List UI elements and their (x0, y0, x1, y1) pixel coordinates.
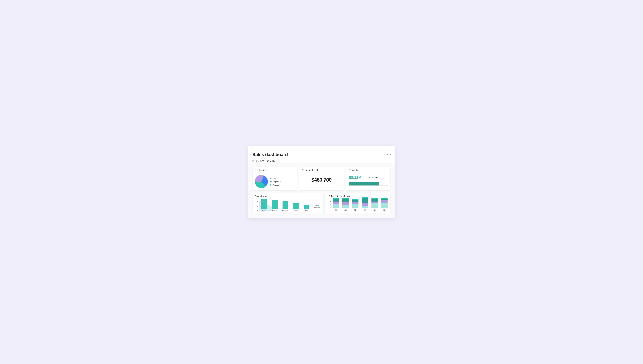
funnel-chart: 40200 QualifiedProposalNegotiationContra… (255, 201, 311, 212)
bar-label: Qualified (262, 210, 266, 212)
bar-segment (362, 198, 368, 202)
bar-segment (362, 202, 368, 206)
bar (261, 198, 267, 209)
conversion-indicator: ▲ 38% Conversion ▼ (313, 201, 321, 212)
legend-item: Negotiation (270, 181, 281, 183)
goals-actual-value: $8.12M (349, 176, 362, 180)
legend-item: Won (270, 177, 281, 179)
avatar: 👤 (383, 209, 386, 212)
legend-label: Proposal (273, 184, 279, 186)
avatar: 👤 (364, 209, 366, 212)
card-title: Deal stages (252, 167, 297, 173)
bar-segment (333, 198, 339, 200)
stacked-bar (362, 197, 368, 208)
bar (304, 205, 309, 209)
app-window: Sales dashboard Boards / 3 Add widget De… (248, 146, 395, 218)
goals-target-label: Goal $10.54M (366, 176, 379, 179)
card-deal-stages[interactable]: Deal stages WonNegotiationProposal (252, 167, 297, 190)
page-title: Sales dashboard (252, 152, 288, 157)
traffic-light-dot (251, 147, 252, 148)
card-sales-funnel[interactable]: Sales funnel 40200 QualifiedProposalNego… (252, 193, 324, 214)
bar-col: Negotiation (280, 201, 290, 212)
svg-rect-0 (253, 160, 254, 162)
bar-col: Proposal (270, 200, 279, 212)
window-titlebar (248, 146, 395, 150)
stacked-bar (381, 198, 388, 208)
bar-segment (343, 202, 349, 205)
stacked-bar (333, 198, 339, 208)
card-q1-actual[interactable]: Q1 actual to date $480,700 (299, 167, 344, 190)
bar-segment (352, 204, 359, 208)
bar-col: 👤 (342, 198, 349, 212)
card-title: Sales funnel (252, 193, 323, 200)
pie-chart (255, 175, 268, 188)
bar-segment (333, 202, 339, 204)
bar-segment (352, 202, 359, 204)
arrow-up-icon: ▲ (316, 203, 318, 204)
bar-segment (362, 206, 368, 208)
bar-segment (381, 203, 388, 208)
swatch (270, 178, 271, 179)
bar-col: 👤 (381, 198, 388, 212)
bar-segment (333, 200, 339, 202)
bar-col: 👤 (361, 197, 369, 212)
plus-circle-icon (267, 160, 269, 162)
toolbar: Boards / 3 Add widget (252, 160, 391, 164)
bar-segment (362, 197, 368, 198)
y-axis: 40200 (255, 201, 258, 212)
bar-segment (381, 198, 388, 200)
avatar: 👤 (354, 209, 357, 212)
bar-col: Qualified (259, 198, 269, 212)
bar-label: Negotiation (282, 210, 288, 212)
bar-segment (333, 204, 339, 208)
legend-label: Negotiation (273, 181, 281, 183)
stacked-bar (372, 198, 378, 208)
card-body: 40200 QualifiedProposalNegotiationContra… (252, 200, 323, 213)
avatar: 👤 (374, 209, 376, 212)
bar-segment (352, 200, 359, 202)
bar-segment (343, 200, 349, 202)
stacked-bar-chart: 3020100 👤👤👤👤👤👤 (329, 201, 388, 212)
boards-label: Boards / 3 (256, 160, 264, 162)
progress-bar (349, 182, 388, 186)
bar-col: 👤 (352, 199, 359, 212)
traffic-light-dot (253, 147, 254, 148)
card-body: 3020100 👤👤👤👤👤👤 (326, 200, 391, 213)
legend-label: Won (273, 177, 276, 179)
bars-area: 👤👤👤👤👤👤 (332, 201, 388, 212)
card-body: WonNegotiationProposal (252, 173, 297, 190)
card-q1-goals[interactable]: Q1 goals $8.12M Goal $10.54M (346, 167, 391, 190)
bar-label: Won (305, 210, 308, 212)
boards-button[interactable]: Boards / 3 (252, 160, 264, 162)
conversion-pct: 38% (315, 204, 319, 206)
add-widget-button[interactable]: Add widget (267, 160, 279, 162)
card-title: Q1 actual to date (299, 167, 344, 173)
bar-col: 👤 (332, 198, 340, 212)
bar (272, 200, 277, 209)
bar-col: Won (302, 205, 311, 212)
metric-value: $480,700 (299, 173, 344, 186)
card-sales-activities[interactable]: Sales activities by rep 3020100 👤👤👤👤👤👤 (326, 193, 391, 214)
panel-icon (252, 160, 254, 162)
y-axis: 3020100 (329, 201, 332, 212)
conversion-label: Conversion (313, 206, 320, 208)
bar-segment (343, 205, 349, 208)
divider (364, 176, 364, 180)
more-menu-button[interactable] (387, 154, 391, 155)
swatch (270, 181, 271, 182)
legend-item: Proposal (270, 184, 281, 186)
stacked-bar (343, 198, 349, 208)
traffic-light-dot (250, 147, 251, 148)
header-area: Sales dashboard Boards / 3 Add widget (248, 150, 395, 164)
bar-segment (343, 198, 349, 200)
pie-legend: WonNegotiationProposal (270, 177, 281, 186)
bar (282, 201, 288, 209)
avatar: 👤 (335, 209, 337, 212)
bar-segment (381, 200, 388, 203)
bars-area: QualifiedProposalNegotiationContractWon (259, 201, 311, 212)
bar-label: Proposal (272, 210, 277, 212)
progress-fill (349, 182, 379, 186)
bar-segment (372, 198, 378, 199)
bar-segment (372, 202, 378, 203)
bar (293, 203, 299, 209)
